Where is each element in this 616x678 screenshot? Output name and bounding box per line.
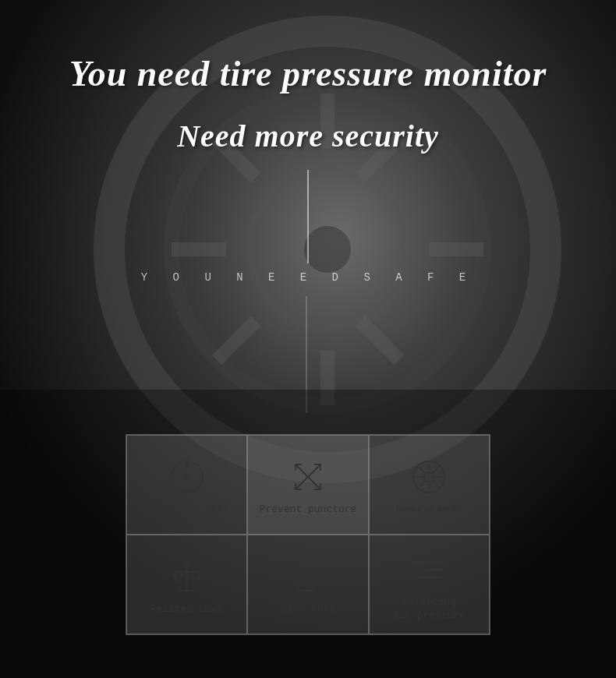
- svg-rect-40: [300, 570, 311, 577]
- grid-item-related-laws[interactable]: Related Laws: [126, 535, 247, 634]
- related-laws-label: Related Laws: [150, 603, 224, 616]
- svg-line-32: [433, 480, 439, 486]
- predicted-leak-label: Predicted leak: [144, 503, 229, 517]
- feature-grid: Predicted leak Prevent puncture: [126, 434, 490, 635]
- save-fuel-label: Save fuel: [281, 603, 335, 616]
- grid-item-save-fuel[interactable]: Save fuel: [247, 535, 368, 634]
- svg-line-33: [433, 467, 439, 473]
- grid-item-prevent-puncture[interactable]: Prevent puncture: [247, 435, 368, 535]
- svg-line-31: [420, 467, 426, 473]
- grid-item-balancing-air-pressure[interactable]: Balancing air pressure: [369, 535, 490, 634]
- prevent-puncture-label: Prevent puncture: [260, 503, 357, 517]
- grid-item-predicted-leak[interactable]: Predicted leak: [126, 435, 247, 535]
- reduce-wear-label: Reduce wear: [395, 503, 462, 517]
- svg-point-22: [186, 463, 189, 466]
- svg-point-44: [319, 575, 322, 578]
- main-title: You need tire pressure monitor: [69, 55, 547, 94]
- wheel-icon: [409, 457, 449, 497]
- svg-line-34: [420, 480, 426, 486]
- tagline: Y O U N E E D S A F E: [141, 271, 475, 284]
- gauge-icon: [167, 457, 207, 497]
- sub-title: Need more security: [177, 118, 439, 154]
- svg-line-41: [314, 567, 320, 570]
- divider-line: [307, 170, 309, 263]
- fuel-icon: [288, 556, 328, 597]
- balancing-air-pressure-label: Balancing air pressure: [393, 596, 466, 623]
- sliders-icon: [409, 549, 449, 590]
- grid-item-reduce-wear[interactable]: Reduce wear: [369, 435, 490, 535]
- scale-icon: [167, 556, 207, 597]
- arrows-cross-icon: [288, 457, 328, 497]
